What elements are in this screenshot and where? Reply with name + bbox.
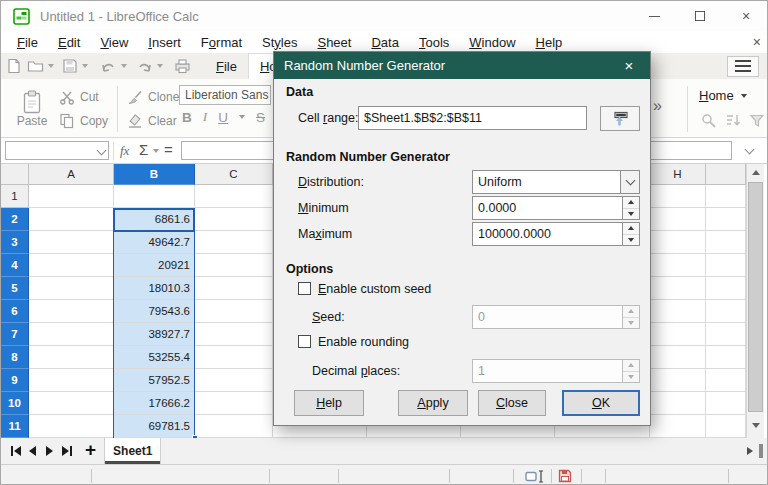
cell[interactable] bbox=[706, 323, 746, 346]
cell-B8[interactable]: 53255.4 bbox=[114, 346, 195, 369]
cell[interactable] bbox=[706, 254, 746, 277]
column-header-A[interactable]: A bbox=[29, 164, 114, 185]
cell[interactable] bbox=[195, 254, 273, 277]
cell-range-input[interactable]: $Sheet1.$B$2:$B$11 bbox=[358, 106, 587, 130]
cell-B10[interactable]: 17666.2 bbox=[114, 392, 195, 415]
cell[interactable] bbox=[195, 415, 273, 438]
cell-B4[interactable]: 20921 bbox=[114, 254, 195, 277]
cell[interactable] bbox=[650, 323, 706, 346]
dialog-close-icon[interactable]: × bbox=[618, 57, 640, 74]
scroll-down-button[interactable] bbox=[747, 417, 764, 434]
cell[interactable] bbox=[706, 392, 746, 415]
ok-button[interactable]: OK bbox=[562, 390, 640, 416]
clone-formatting-button[interactable]: Clone bbox=[127, 88, 179, 106]
enable-rounding-checkbox[interactable] bbox=[298, 335, 311, 348]
cell[interactable] bbox=[650, 300, 706, 323]
cell[interactable] bbox=[195, 323, 273, 346]
next-sheet-button[interactable] bbox=[41, 443, 58, 460]
shrink-range-button[interactable] bbox=[600, 106, 640, 131]
cell[interactable] bbox=[650, 231, 706, 254]
minimum-spin-down[interactable] bbox=[623, 208, 639, 220]
cell[interactable] bbox=[29, 346, 114, 369]
document-close-icon[interactable]: × bbox=[753, 34, 761, 50]
vertical-scrollbar-thumb[interactable] bbox=[748, 182, 763, 412]
row-header-5[interactable]: 5 bbox=[1, 277, 29, 300]
strikethrough-button[interactable]: S bbox=[256, 110, 265, 125]
column-header-C[interactable]: C bbox=[195, 164, 273, 185]
cell[interactable] bbox=[195, 231, 273, 254]
minimize-button[interactable] bbox=[631, 1, 677, 31]
sum-button[interactable]: Σ bbox=[139, 141, 148, 158]
formula-button[interactable]: = bbox=[164, 141, 173, 158]
maximize-button[interactable] bbox=[677, 1, 723, 31]
toolbar-overflow-button[interactable]: » bbox=[653, 97, 662, 115]
row-header-3[interactable]: 3 bbox=[1, 231, 29, 254]
cell-B1[interactable] bbox=[114, 185, 195, 208]
cell[interactable] bbox=[29, 185, 114, 208]
cell[interactable] bbox=[706, 300, 746, 323]
previous-sheet-button[interactable] bbox=[24, 443, 41, 460]
first-sheet-button[interactable] bbox=[7, 443, 24, 460]
cell[interactable] bbox=[195, 369, 273, 392]
maximum-spin-down[interactable] bbox=[623, 234, 639, 246]
name-box-dropdown-icon[interactable] bbox=[97, 146, 107, 156]
distribution-dropdown-button[interactable] bbox=[620, 171, 639, 193]
cell[interactable] bbox=[29, 415, 114, 438]
cell[interactable] bbox=[706, 185, 746, 208]
cell[interactable] bbox=[650, 415, 706, 438]
enable-rounding-label[interactable]: Enable rounding bbox=[318, 335, 409, 349]
context-selector[interactable]: Home bbox=[699, 88, 747, 103]
menu-styles[interactable]: Styles bbox=[252, 33, 307, 52]
cell[interactable] bbox=[706, 231, 746, 254]
menu-insert[interactable]: Insert bbox=[138, 33, 191, 52]
select-all-corner[interactable] bbox=[1, 164, 29, 185]
minimum-spinner[interactable]: 0.0000 bbox=[472, 196, 640, 220]
cell[interactable] bbox=[195, 185, 273, 208]
cell[interactable] bbox=[29, 254, 114, 277]
cell[interactable] bbox=[650, 277, 706, 300]
function-wizard-button[interactable]: fx bbox=[120, 143, 129, 159]
dialog-title-bar[interactable]: Random Number Generator × bbox=[274, 52, 650, 79]
underline-button[interactable]: U bbox=[218, 110, 228, 125]
menu-format[interactable]: Format bbox=[191, 33, 252, 52]
save-button[interactable] bbox=[62, 58, 91, 74]
cell-B2[interactable]: 6861.6 bbox=[114, 208, 195, 231]
selection-mode-icon[interactable] bbox=[525, 470, 545, 483]
cell[interactable] bbox=[706, 208, 746, 231]
distribution-dropdown[interactable]: Uniform bbox=[472, 170, 640, 194]
cell[interactable] bbox=[29, 392, 114, 415]
menu-help[interactable]: Help bbox=[526, 33, 573, 52]
cell[interactable] bbox=[29, 300, 114, 323]
cell[interactable] bbox=[29, 231, 114, 254]
add-sheet-button[interactable]: + bbox=[85, 439, 96, 461]
cell-B9[interactable]: 57952.5 bbox=[114, 369, 195, 392]
row-header-6[interactable]: 6 bbox=[1, 300, 29, 323]
row-header-8[interactable]: 8 bbox=[1, 346, 29, 369]
sheet-tab-sheet1[interactable]: Sheet1 bbox=[104, 438, 161, 464]
menu-file[interactable]: File bbox=[7, 33, 48, 52]
cell-B5[interactable]: 18010.3 bbox=[114, 277, 195, 300]
menu-view[interactable]: View bbox=[90, 33, 138, 52]
find-replace-icon[interactable] bbox=[701, 113, 717, 128]
minimum-spin-up[interactable] bbox=[623, 197, 639, 208]
apply-button[interactable]: Apply bbox=[398, 390, 468, 416]
new-document-button[interactable] bbox=[6, 58, 22, 74]
underline-dropdown-icon[interactable] bbox=[239, 115, 245, 119]
expand-formula-bar-icon[interactable] bbox=[745, 145, 755, 155]
cell[interactable] bbox=[706, 369, 746, 392]
row-header-10[interactable]: 10 bbox=[1, 392, 29, 415]
help-button[interactable]: Help bbox=[294, 390, 364, 416]
cell[interactable] bbox=[706, 346, 746, 369]
row-header-2[interactable]: 2 bbox=[1, 208, 29, 231]
column-header-B[interactable]: B bbox=[114, 164, 195, 185]
menu-edit[interactable]: Edit bbox=[48, 33, 90, 52]
open-button[interactable] bbox=[27, 58, 57, 74]
enable-custom-seed-checkbox[interactable] bbox=[298, 282, 311, 295]
sort-icon[interactable] bbox=[725, 113, 741, 128]
close-button[interactable]: × bbox=[723, 1, 768, 31]
scrollbar-split-handle[interactable] bbox=[759, 444, 763, 458]
cell-B6[interactable]: 79543.6 bbox=[114, 300, 195, 323]
row-header-7[interactable]: 7 bbox=[1, 323, 29, 346]
copy-button[interactable]: Copy bbox=[59, 112, 108, 130]
cell[interactable] bbox=[29, 369, 114, 392]
